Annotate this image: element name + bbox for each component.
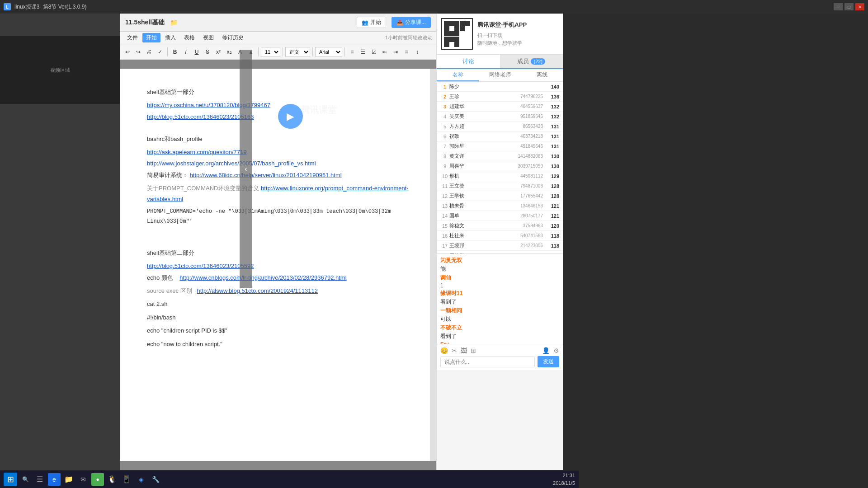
menu-insert[interactable]: 插入 [161,33,179,42]
scroll-handle[interactable] [430,69,436,461]
text5: cat 2.sh [147,299,409,309]
menu-file[interactable]: 文件 [123,33,142,42]
link9[interactable]: http://alsww.blog.51cto.com/2001924/1113… [197,287,318,294]
indent-increase-button[interactable]: ⇥ [391,47,401,57]
taskbar-explorer[interactable]: 📁 [62,473,75,486]
taskbar-time: 21:31 [553,472,575,479]
link7[interactable]: http://blog.51cto.com/13646023/2105592 [147,261,409,271]
minimize-button[interactable]: ─ [834,3,843,10]
leaderboard-row: 13 柚未骨 134646153 121 [437,201,563,211]
print-button[interactable]: 🖨 [144,47,154,57]
qr-section: 腾讯课堂-手机APP 扫一扫下载 随时随地，想学就学 [437,14,563,55]
subtab-name[interactable]: 名称 [437,69,479,81]
lb-id: 3039715059 [518,164,543,169]
ordered-list-button[interactable]: ≡ [347,47,357,57]
collaborate-button[interactable]: 👥 开始 [357,17,386,28]
chat-icon-row: 😊 ✂ 🖼 ⊞ 👤 ⚙ [440,347,559,354]
more-icon[interactable]: ⊞ [471,347,476,354]
chat-input[interactable] [440,357,535,367]
taskbar-ie[interactable]: e [48,473,61,486]
font-family-select[interactable]: Arial [315,47,342,57]
lb-id: 37594963 [523,223,543,228]
lb-score: 128 [546,193,559,199]
start-button[interactable]: ⊞ [4,473,17,486]
lb-name: 黄文详 [449,153,518,160]
doc-page: shell基础第一部分 https://my.oschina.net/u/370… [120,69,436,461]
chat-message: 可以 [440,315,559,323]
subscript-button[interactable]: x₂ [224,47,234,57]
superscript-button[interactable]: x² [213,47,223,57]
chat-input-area: 😊 ✂ 🖼 ⊞ 👤 ⚙ 发送 [437,344,563,370]
menu-table[interactable]: 表格 [180,33,198,42]
lb-name: 赵建华 [449,103,520,110]
last-saved: 1小时前被阿轮改改动 [385,34,433,41]
menu-start[interactable]: 开始 [142,33,160,42]
lb-score: 131 [546,134,559,139]
maximize-button[interactable]: □ [844,3,854,10]
link8[interactable]: http://www.cnblogs.com/lr-ting/archive/2… [179,274,346,281]
italic-button[interactable]: I [181,47,191,57]
scissors-icon[interactable]: ✂ [452,347,457,354]
font-size-select[interactable]: 11121416 [261,47,280,57]
strikethrough-button[interactable]: S [203,47,212,57]
chat-message: 看到了 [440,298,559,306]
line-spacing-button[interactable]: ↕ [412,47,422,57]
menu-view[interactable]: 视图 [199,33,217,42]
taskbar-multi-desktop[interactable]: ☰ [33,473,46,486]
link5[interactable]: http://www.68idc.cn/help/server/linux/20… [190,172,342,178]
lb-name: 王珍 [449,93,520,100]
underline-button[interactable]: U [192,47,202,57]
taskbar-chrome[interactable]: ● [91,473,104,486]
subtab-offline[interactable]: 离线 [521,69,563,81]
taskbar-mail[interactable]: ✉ [77,473,90,486]
taskbar-search[interactable]: 🔍 [19,473,32,486]
close-button[interactable]: ✕ [855,3,864,10]
send-button[interactable]: 发送 [538,356,559,367]
lb-score: 130 [546,164,559,169]
spellcheck-button[interactable]: ✓ [155,47,165,57]
tab-members[interactable]: 成员(22) [500,55,563,68]
lb-rank: 4 [440,114,449,119]
leaderboard-row: 4 吴庆美 951859646 132 [437,112,563,122]
tab-discussion[interactable]: 讨论 [437,55,500,69]
leaderboard-row: 14 国单 280750177 121 [437,211,563,221]
text3-container: echo 颜色 http://www.cnblogs.com/lr-ting/a… [147,272,409,283]
lb-rank: 15 [440,223,449,229]
lb-id: 540741563 [520,233,543,238]
person-icon[interactable]: 👤 [542,347,550,354]
lb-score: 131 [546,144,559,149]
chat-label: 不破不立 [440,324,559,332]
taskbar-app1[interactable]: 🐧 [106,473,118,486]
doc-header: 11.5shell基础 📁 👥 开始 📤 分享课... [120,14,436,32]
back-button[interactable]: ‹ [240,50,252,288]
align-button[interactable]: ≡ [401,47,411,57]
window-controls[interactable]: ─ □ ✕ [834,3,864,10]
indent-decrease-button[interactable]: ⇤ [380,47,390,57]
emoji-icon[interactable]: 😊 [440,347,448,354]
text4: source exec 区别 [147,287,192,294]
leaderboard-row: 7 郭际星 491849646 131 [437,141,563,151]
link2[interactable]: http://blog.51cto.com/13646023/2105163 [147,112,409,122]
bold-button[interactable]: B [170,47,180,57]
undo-button[interactable]: ↩ [123,47,132,57]
share-button[interactable]: 📤 分享课... [392,17,431,28]
lb-id: 445081112 [520,174,543,178]
taskbar-app3[interactable]: ◈ [135,473,147,486]
redo-button[interactable]: ↪ [133,47,143,57]
unordered-list-button[interactable]: ☰ [358,47,368,57]
taskbar-app4[interactable]: 🔧 [149,473,162,486]
checkbox-button[interactable]: ☑ [369,47,379,57]
lb-name: 方方超 [449,123,523,130]
lb-id: 404559637 [520,104,543,109]
lb-rank: 5 [440,124,449,129]
taskbar-app2[interactable]: 📱 [120,473,133,486]
link1[interactable]: https://my.oschina.net/u/3708120/blog/17… [147,100,409,110]
link3[interactable]: http://ask.apelearn.com/question/7719 [147,147,409,157]
settings-icon[interactable]: ⚙ [553,347,559,354]
style-select[interactable]: 正文 [285,47,310,57]
lb-name: 陈少 [449,83,543,90]
menu-history[interactable]: 修订历史 [218,33,247,42]
image-icon[interactable]: 🖼 [461,347,467,354]
subtab-teacher[interactable]: 网络老师 [479,69,521,81]
link4[interactable]: http://www.joshstaiger.org/archives/2005… [147,158,409,169]
